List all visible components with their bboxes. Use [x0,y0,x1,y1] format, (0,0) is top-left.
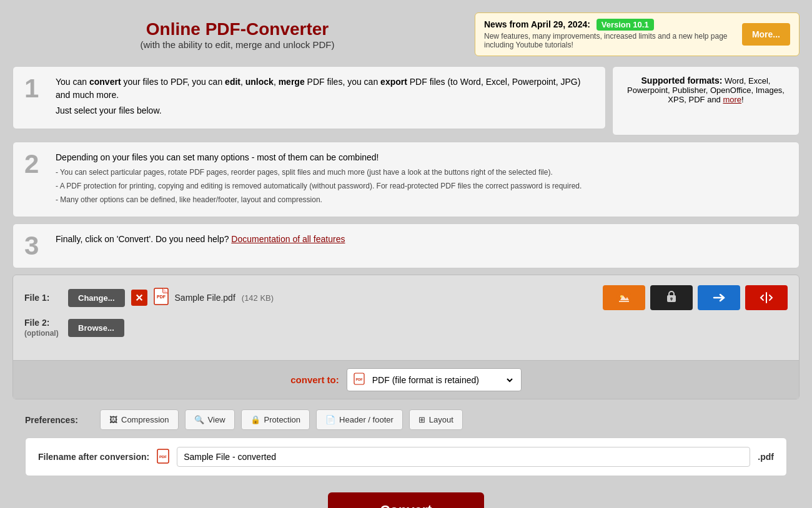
remove-icon: ✕ [135,292,143,304]
file1-name: Sample File.pdf [175,293,235,303]
step2-number: 2 [24,151,47,177]
layout-icon: ⊞ [418,415,425,424]
file2-row: File 2: (optional) Browse... [24,318,788,338]
file2-label: File 2: (optional) [24,318,62,338]
page-subtitle: (with the ability to edit, merge and unl… [12,39,462,50]
preferences-row: Preferences: 🖼 Compression 🔍 View 🔒 Prot… [12,409,800,430]
svg-text:PDF: PDF [159,455,167,459]
convert-button[interactable]: Convert [328,492,484,508]
file1-row: File 1: Change... ✕ PDF Sample File.pdf [24,285,788,310]
svg-text:PDF: PDF [157,295,166,299]
step3-box: 3 Finally, click on 'Convert'. Do you ne… [12,223,800,268]
main-file-box: File 1: Change... ✕ PDF Sample File.pdf [12,275,800,399]
header-footer-button[interactable]: 📄 Header / footer [316,409,403,430]
more-formats-link[interactable]: more [723,95,741,104]
news-box: News from April 29, 2024: Version 10.1 N… [475,12,800,56]
edit-button[interactable] [603,285,645,310]
file1-label: File 1: [24,293,62,303]
svg-text:PDF: PDF [355,378,363,381]
step2-box: 2 Depending on your files you can set ma… [12,142,800,217]
protection-label: Protection [264,415,301,424]
view-button[interactable]: 🔍 View [185,409,235,430]
header-footer-icon: 📄 [325,415,335,424]
documentation-link[interactable]: Documentation of all features [231,234,345,244]
step1-box: 1 You can convert your files to PDF, you… [12,66,606,129]
protection-pref-button[interactable]: 🔒 Protection [241,409,310,430]
header-footer-label: Header / footer [339,415,394,424]
remove-file-button[interactable]: ✕ [131,290,147,306]
news-description: New features, many improvements, increas… [484,32,735,49]
file1-size: (142 KB) [242,293,274,303]
step3-content: Finally, click on 'Convert'. Do you need… [56,233,788,248]
convert-to-row: convert to: PDF PDF (file format is reta… [13,360,799,399]
pdf-icon-file1: PDF [154,288,169,308]
supported-label: Supported formats: [641,76,723,85]
svg-point-6 [620,295,623,298]
preferences-label: Preferences: [25,415,94,425]
filename-input[interactable] [177,447,750,467]
protection-icon: 🔒 [250,415,260,424]
compression-label: Compression [121,415,169,424]
view-label: View [208,415,225,424]
view-icon: 🔍 [194,415,204,424]
compression-button[interactable]: 🖼 Compression [100,409,179,430]
change-button[interactable]: Change... [68,289,125,307]
page-title: Online PDF-Converter [12,19,462,39]
merge-button[interactable] [698,285,740,310]
news-title: News from April 29, 2024: Version 10.1 [484,19,735,29]
protection-button[interactable] [650,285,693,310]
layout-label: Layout [429,415,453,424]
file1-action-buttons [603,285,788,310]
supported-formats-box: Supported formats: Word, Excel, Powerpoi… [612,66,800,135]
more-button[interactable]: More... [742,23,790,46]
format-select-input[interactable]: PDF (file format is retained) Word Excel… [370,374,515,386]
news-label: News from April 29, 2024: [484,19,590,29]
step3-number: 3 [24,233,47,259]
filename-pdf-icon: PDF [157,449,169,466]
split-button[interactable] [745,285,788,310]
news-content: News from April 29, 2024: Version 10.1 N… [484,19,735,49]
format-selector[interactable]: PDF PDF (file format is retained) Word E… [347,368,522,391]
layout-button[interactable]: ⊞ Layout [409,409,463,430]
news-version: Version 10.1 [597,19,654,31]
convert-to-label: convert to: [290,374,339,385]
step1-content: You can convert your files to PDF, you c… [56,76,594,120]
filename-label: Filename after conversion: [38,452,149,462]
filename-extension: .pdf [758,452,774,462]
convert-area: Convert Reset [12,486,800,508]
format-pdf-icon: PDF [354,373,365,387]
svg-rect-10 [671,299,672,301]
optional-label: (optional) [24,329,59,338]
browse-button[interactable]: Browse... [68,319,124,337]
step2-content: Depending on your files you can set many… [56,151,788,208]
filename-row: Filename after conversion: PDF .pdf [25,437,787,476]
compression-icon: 🖼 [109,415,117,424]
step1-number: 1 [24,76,47,102]
